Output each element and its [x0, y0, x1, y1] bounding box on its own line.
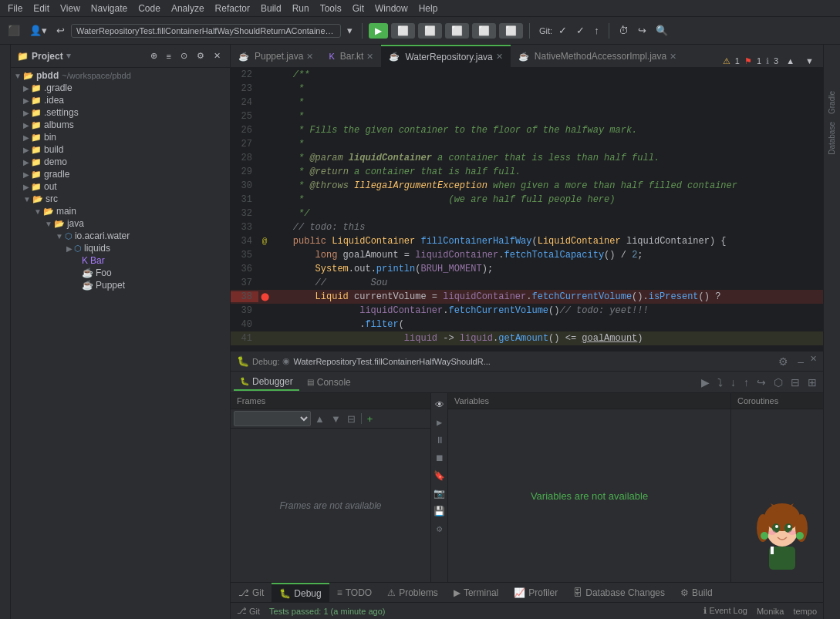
scroll-up-warnings[interactable]: ▲	[783, 55, 798, 67]
menu-view[interactable]: View	[56, 2, 85, 15]
toolbar-user-btn[interactable]: 👤▾	[26, 23, 50, 38]
debug-eval-btn[interactable]: ⬡	[771, 375, 786, 390]
debug-step-over[interactable]: ⬜	[391, 23, 415, 39]
menu-analyze[interactable]: Analyze	[167, 2, 209, 15]
menu-run[interactable]: Run	[288, 2, 314, 15]
menu-navigate[interactable]: Navigate	[86, 2, 132, 15]
menu-build[interactable]: Build	[256, 2, 286, 15]
tree-root[interactable]: ▼ 📂 pbdd ~/workspace/pbdd	[11, 69, 230, 82]
tab-puppet-java[interactable]: ☕ Puppet.java ✕	[231, 45, 321, 67]
git-push-btn[interactable]: ✓	[573, 23, 588, 38]
tab-console[interactable]: ▤ Console	[301, 375, 357, 390]
tree-out[interactable]: ▶ 📁 out	[11, 180, 230, 193]
debug-settings-btn[interactable]: ⚙	[775, 354, 791, 369]
toolbar-expand-btn[interactable]: ▾	[344, 23, 356, 38]
toolbar-redo-btn[interactable]: ↪	[635, 23, 649, 38]
var-icon-pause[interactable]: ⏸	[435, 435, 444, 446]
bottom-tab-debug[interactable]: 🐛 Debug	[272, 583, 329, 602]
debug-restore-layout-btn[interactable]: ⊞	[805, 375, 820, 390]
menu-file[interactable]: File	[3, 2, 27, 15]
tree-settings[interactable]: ▶ 📁 .settings	[11, 106, 230, 119]
frames-add-btn[interactable]: +	[365, 412, 376, 426]
tree-src[interactable]: ▼ 📂 src	[11, 193, 230, 205]
tree-liquids[interactable]: ▶ ⬡ liquids	[11, 242, 230, 254]
var-icon-bookmark[interactable]: 🔖	[433, 470, 445, 482]
project-settings-btn[interactable]: ⚙	[194, 49, 207, 62]
debug-coverage[interactable]: ⬜	[445, 23, 469, 39]
toolbar-back-btn[interactable]: ⬛	[5, 23, 23, 38]
status-git-branch[interactable]: ⎇ Git	[237, 606, 260, 616]
var-icon-stop[interactable]: ⏹	[435, 452, 444, 464]
close-native-tab[interactable]: ✕	[670, 52, 676, 62]
tree-gradle-dot[interactable]: ▶ 📁 .gradle	[11, 82, 230, 94]
bottom-tab-git[interactable]: ⎇ Git	[231, 583, 272, 602]
frames-dropdown[interactable]	[234, 411, 311, 426]
debug-profile[interactable]: ⬜	[472, 23, 496, 39]
tree-package[interactable]: ▼ ⬡ io.acari.water	[11, 230, 230, 242]
scroll-down-warnings[interactable]: ▼	[802, 55, 817, 67]
debug-stop[interactable]: ⬜	[499, 23, 523, 39]
tree-gradle[interactable]: ▶ 📁 gradle	[11, 168, 230, 180]
toolbar-history-btn[interactable]: ⏱	[616, 23, 632, 38]
tree-foo-java[interactable]: ☕ Foo	[11, 267, 230, 279]
close-project-btn[interactable]: ✕	[211, 49, 224, 62]
debug-layout-btn[interactable]: ⊟	[788, 375, 803, 390]
tab-bar-kt[interactable]: Κ Bar.kt ✕	[321, 45, 381, 67]
menu-tools[interactable]: Tools	[315, 2, 346, 15]
debug-step-out-btn[interactable]: ↑	[740, 375, 752, 390]
var-icon-memory[interactable]: 💾	[433, 506, 445, 517]
menu-help[interactable]: Help	[414, 2, 443, 15]
code-editor[interactable]: 22 /** 23 * 24 *	[231, 68, 823, 351]
project-dropdown[interactable]: ▾	[66, 51, 71, 61]
tab-debugger[interactable]: 🐛 Debugger	[234, 374, 299, 391]
tree-albums[interactable]: ▶ 📁 albums	[11, 119, 230, 131]
git-commit-btn[interactable]: ✓	[555, 23, 570, 38]
menu-window[interactable]: Window	[370, 2, 413, 15]
bottom-tab-db-changes[interactable]: 🗄 Database Changes	[565, 583, 673, 602]
menu-edit[interactable]: Edit	[29, 2, 54, 15]
var-icon-settings[interactable]: ⚙	[437, 523, 442, 535]
tree-build[interactable]: ▶ 📁 build	[11, 143, 230, 156]
frames-filter-btn[interactable]: ⊟	[345, 412, 358, 426]
bottom-tab-terminal[interactable]: ▶ Terminal	[446, 583, 506, 602]
close-bar-tab[interactable]: ✕	[366, 52, 373, 62]
tree-bin[interactable]: ▶ 📁 bin	[11, 131, 230, 143]
bottom-tab-problems[interactable]: ⚠ Problems	[380, 583, 446, 602]
var-icon-watch[interactable]: 👁	[435, 399, 444, 411]
bottom-tab-build[interactable]: ⚙ Build	[673, 583, 720, 602]
database-icon[interactable]: Database	[828, 122, 836, 155]
toolbar-search-btn[interactable]: 🔍	[653, 23, 671, 38]
close-waterrepository-tab[interactable]: ✕	[496, 52, 503, 62]
tab-waterrepository-java[interactable]: ☕ WaterRepository.java ✕	[381, 45, 510, 67]
debug-step-into-btn[interactable]: ↓	[727, 375, 739, 390]
gradle-icon[interactable]: Gradle	[828, 91, 836, 114]
frames-down-btn[interactable]: ▼	[329, 412, 343, 426]
frames-up-btn[interactable]: ▲	[312, 412, 327, 426]
run-button[interactable]: ▶	[369, 23, 388, 39]
debug-step-over-btn[interactable]: ⤵	[714, 375, 726, 390]
scroll-to-file-btn[interactable]: ⊙	[177, 49, 191, 62]
tree-bar-kt[interactable]: Κ Bar	[11, 254, 230, 267]
tab-native-java[interactable]: ☕ NativeMethodAccessorImpl.java ✕	[511, 45, 684, 67]
var-icon-step[interactable]: ▶	[437, 417, 442, 429]
menu-git[interactable]: Git	[348, 2, 369, 15]
close-puppet-tab[interactable]: ✕	[306, 52, 313, 62]
debug-minimize-btn[interactable]: –	[794, 354, 807, 369]
tree-java[interactable]: ▼ 📂 java	[11, 217, 230, 230]
debug-resume-btn[interactable]: ▶	[698, 375, 713, 390]
status-event-log[interactable]: ℹ Event Log	[703, 606, 747, 616]
tree-idea[interactable]: ▶ 📁 .idea	[11, 94, 230, 106]
collapse-all-btn[interactable]: ≡	[164, 49, 174, 62]
menu-refactor[interactable]: Refactor	[211, 2, 255, 15]
toolbar-undo-btn[interactable]: ↩	[53, 23, 68, 38]
debug-run-to-cursor-btn[interactable]: ↪	[754, 375, 769, 390]
tree-main[interactable]: ▼ 📂 main	[11, 205, 230, 217]
var-icon-camera[interactable]: 📷	[433, 488, 445, 500]
bottom-tab-profiler[interactable]: 📈 Profiler	[506, 583, 565, 602]
git-pull-btn[interactable]: ↑	[591, 23, 602, 38]
debug-close-btn[interactable]: ✕	[810, 354, 817, 369]
tree-demo[interactable]: ▶ 📁 demo	[11, 156, 230, 168]
tree-puppet-java[interactable]: ☕ Puppet	[11, 279, 230, 291]
debug-step-into[interactable]: ⬜	[418, 23, 442, 39]
menu-code[interactable]: Code	[133, 2, 165, 15]
